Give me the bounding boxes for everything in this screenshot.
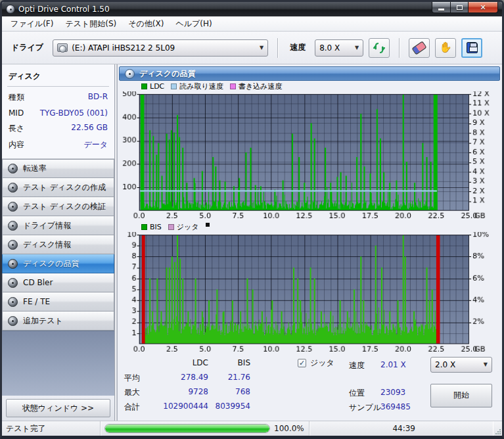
sidebar-item-cd-bler[interactable]: CD Bler bbox=[2, 273, 114, 292]
status-text-section: テスト完了 bbox=[2, 421, 101, 436]
sidebar-item-disc-quality[interactable]: ディスクの品質 bbox=[2, 254, 114, 273]
sidebar-item-drive-info[interactable]: ドライブ情報 bbox=[2, 216, 114, 235]
test-speed-select[interactable]: 2.0 X ▼ bbox=[430, 357, 492, 373]
sidebar-item-fe-te[interactable]: FE / TE bbox=[2, 292, 114, 312]
sidebar-item-label: 転送率 bbox=[23, 163, 47, 174]
window-title: Opti Drive Control 1.50 bbox=[18, 5, 501, 14]
legend-item-write-speed: 書き込み速度 bbox=[230, 81, 283, 91]
maximum-label: 最大 bbox=[124, 387, 140, 398]
legend-item-ldc: LDC bbox=[141, 82, 164, 91]
disc-info-row-content: 内容 データ bbox=[7, 137, 109, 153]
jitter-checkbox[interactable]: ✓ bbox=[298, 359, 306, 367]
average-bis-value: 21.76 bbox=[211, 373, 250, 382]
elapsed-time-section: 44:39 bbox=[309, 421, 493, 436]
sidebar-test-buttons: 転送率 テスト ディスクの作成 テスト ディスクの検証 ドライブ情報 ディスク情… bbox=[2, 159, 114, 331]
sidebar-item-verify-test-disc[interactable]: テスト ディスクの検証 bbox=[2, 197, 114, 216]
average-label: 平均 bbox=[124, 373, 140, 384]
menu-help[interactable]: ヘルプ(H) bbox=[170, 17, 218, 31]
bis-column-header: BIS bbox=[224, 358, 250, 367]
chart2-legend: BIS ジッタ bbox=[119, 222, 500, 232]
legend-item-jitter: ジッタ bbox=[168, 222, 199, 232]
sidebar-item-label: ディスクの品質 bbox=[23, 258, 79, 269]
ldc-column-header: LDC bbox=[182, 358, 208, 367]
menu-file[interactable]: ファイル(F) bbox=[5, 17, 59, 31]
drive-icon bbox=[57, 43, 68, 52]
eraser-icon bbox=[411, 41, 426, 55]
chevron-down-icon: ▼ bbox=[348, 45, 359, 51]
write-speed-swatch-icon bbox=[230, 83, 236, 89]
quality-chart-ldc bbox=[119, 91, 500, 221]
disc-icon bbox=[125, 69, 135, 79]
save-button[interactable] bbox=[461, 38, 482, 58]
menu-other[interactable]: その他(X) bbox=[122, 17, 170, 31]
resize-grip[interactable] bbox=[493, 421, 502, 436]
close-button[interactable]: ✕ bbox=[469, 2, 498, 13]
speed-label: 速度 bbox=[290, 42, 306, 53]
sidebar-item-label: FE / TE bbox=[23, 297, 50, 306]
progress-percent: 100.0% bbox=[274, 424, 304, 433]
disc-info-row-type: 種類 BD-R bbox=[7, 89, 109, 106]
sidebar-filler bbox=[2, 331, 114, 396]
disc-info-row-length: 長さ 22.56 GB bbox=[7, 120, 109, 137]
sidebar-item-additional-tests[interactable]: 追加テスト bbox=[2, 312, 114, 331]
disc-length-label: 長さ bbox=[9, 123, 24, 134]
status-window-button[interactable]: 状態ウィンドウ >> bbox=[6, 399, 110, 417]
sidebar-item-disc-info[interactable]: ディスク情報 bbox=[2, 235, 114, 254]
test-speed-select-value: 2.0 X bbox=[435, 360, 455, 369]
progress-section: 100.0% bbox=[101, 421, 309, 436]
progress-bar-fill bbox=[105, 425, 269, 432]
app-window: Opti Drive Control 1.50 ✕ ファイル(F) テスト開始(… bbox=[0, 0, 504, 439]
disc-info-panel: ディスク 種類 BD-R MID TYG-BDY05 (001) 長さ 22.5… bbox=[2, 64, 114, 159]
drive-select-value: (E:) ATAPI iHBS212 2 5L09 bbox=[72, 43, 175, 53]
menu-start-test[interactable]: テスト開始(S) bbox=[59, 17, 122, 31]
sidebar-bottom: 状態ウィンドウ >> bbox=[2, 396, 114, 421]
sidebar-item-label: テスト ディスクの検証 bbox=[23, 201, 106, 212]
minimize-icon bbox=[438, 9, 444, 11]
app-icon bbox=[6, 5, 15, 14]
progress-bar bbox=[104, 424, 270, 433]
maximize-button[interactable] bbox=[451, 2, 469, 13]
disc-icon bbox=[8, 297, 18, 307]
minimize-button[interactable] bbox=[432, 2, 451, 13]
samples-value: 369485 bbox=[380, 402, 412, 411]
refresh-button[interactable] bbox=[369, 38, 390, 58]
maximum-bis-value: 768 bbox=[211, 387, 250, 396]
close-icon: ✕ bbox=[480, 3, 486, 12]
legend-marker-icon bbox=[206, 223, 210, 227]
title-bar: Opti Drive Control 1.50 ✕ bbox=[2, 2, 502, 16]
legend-item-read-speed: 読み取り速度 bbox=[171, 81, 223, 91]
ldc-swatch-icon bbox=[141, 83, 147, 89]
disc-mid-value: TYG-BDY05 (001) bbox=[40, 108, 108, 118]
start-button[interactable]: 開始 bbox=[430, 384, 492, 407]
chart1-legend: LDC 読み取り速度 書き込み速度 bbox=[119, 81, 500, 91]
disc-info-row-mid: MID TYG-BDY05 (001) bbox=[7, 106, 109, 120]
results-panel: LDC BIS 平均 278.49 21.76 最大 9728 768 合計 1… bbox=[119, 355, 500, 421]
disc-content-value: データ bbox=[83, 139, 108, 150]
toolbar: ドライブ (E:) ATAPI iHBS212 2 5L09 ▼ 速度 8.0 … bbox=[2, 32, 502, 64]
sidebar-item-label: ドライブ情報 bbox=[23, 220, 71, 231]
total-bis-value: 8039954 bbox=[211, 402, 250, 411]
stop-button[interactable]: ✋ bbox=[435, 38, 456, 58]
sidebar-item-create-test-disc[interactable]: テスト ディスクの作成 bbox=[2, 178, 114, 197]
sidebar-item-label: CD Bler bbox=[23, 278, 53, 287]
jitter-checkbox-label: ジッタ bbox=[310, 358, 334, 369]
page-title: ディスクの品質 bbox=[139, 68, 195, 80]
position-label: 位置 bbox=[349, 388, 365, 399]
drive-select[interactable]: (E:) ATAPI iHBS212 2 5L09 ▼ bbox=[53, 39, 268, 57]
drive-label: ドライブ bbox=[11, 42, 43, 53]
bis-swatch-icon bbox=[141, 224, 147, 230]
quality-chart-bis bbox=[119, 232, 500, 354]
disc-icon bbox=[8, 278, 18, 288]
position-value: 23093 bbox=[380, 388, 412, 397]
read-speed-swatch-icon bbox=[171, 83, 177, 89]
elapsed-time: 44:39 bbox=[392, 424, 415, 433]
erase-button[interactable] bbox=[409, 38, 430, 58]
sidebar-item-transfer-rate[interactable]: 転送率 bbox=[2, 159, 114, 178]
total-label: 合計 bbox=[124, 402, 140, 413]
speed-select[interactable]: 8.0 X ▼ bbox=[315, 39, 363, 57]
disc-length-value: 22.56 GB bbox=[71, 123, 108, 134]
disc-content-label: 内容 bbox=[9, 139, 24, 150]
legend-label: 読み取り速度 bbox=[179, 81, 223, 91]
legend-label: BIS bbox=[150, 223, 162, 231]
refresh-icon bbox=[373, 42, 385, 54]
